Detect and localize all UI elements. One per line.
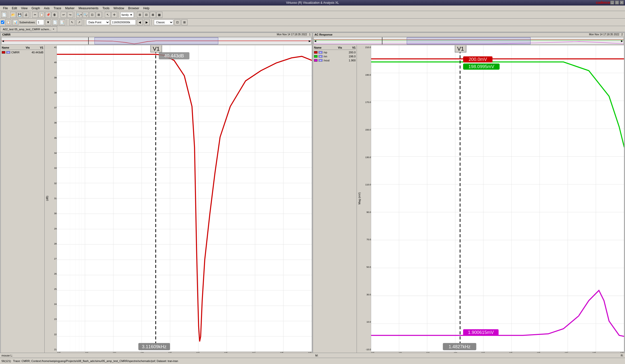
print-button[interactable]: 🖨: [23, 12, 29, 18]
tab-label: A02_test 05_amp_test_CMRR schem...: [3, 28, 51, 31]
tab-close-button[interactable]: ×: [53, 28, 54, 31]
left-svg-plot[interactable]: V1 40.443dB 3.11609kHz: [57, 45, 312, 352]
cmrr-value: 40.443dB: [32, 51, 43, 54]
tb2-cursor1[interactable]: ↖: [69, 19, 75, 25]
zoom-in-button[interactable]: 🔍+: [76, 12, 82, 18]
show-checkbox[interactable]: [1, 21, 4, 24]
delete-button[interactable]: 🗑: [52, 12, 58, 18]
plot-btn3[interactable]: ⊠: [150, 12, 156, 18]
tb2-btn2[interactable]: 📊: [12, 19, 18, 25]
menu-file[interactable]: File: [1, 6, 10, 11]
menu-marker[interactable]: Marker: [63, 6, 76, 11]
cmrr-label: CMRR: [11, 51, 20, 54]
minimize-button[interactable]: _: [610, 1, 614, 5]
subwindows-label: Subwindows:: [19, 21, 36, 24]
svg-text:40.443dB: 40.443dB: [164, 53, 184, 58]
svg-text:200.0mV: 200.0mV: [469, 57, 487, 62]
tb2-btn1[interactable]: 📋: [5, 19, 11, 25]
vp-value: 200.0: [349, 51, 356, 54]
left-legend-header: Name Vis V1: [2, 46, 43, 50]
left-plot-minimap[interactable]: ◀ ▶: [1, 37, 311, 45]
bottom-bar: 56(121) Trace: CMRR; Context:/home/weipi…: [0, 358, 625, 364]
right-minimap-track: [314, 37, 623, 44]
tb2-btn3[interactable]: 📄: [52, 19, 58, 25]
undo-button[interactable]: ↩: [61, 12, 67, 18]
left-plot-timestamp: Mon Nov 14 17:18:35 2022 1: [277, 33, 310, 36]
menu-browser[interactable]: Browser: [126, 6, 141, 11]
cmrr-vis-eye[interactable]: ●: [6, 51, 10, 54]
right-legend-vout[interactable]: ● /vout 1.900: [314, 59, 356, 62]
vout-vis-eye[interactable]: ●: [319, 59, 323, 62]
tb2-cursor2[interactable]: ↗: [76, 19, 82, 25]
vout-label: /vout: [324, 59, 330, 62]
sep1: [8, 12, 9, 18]
menu-measurements[interactable]: Measurements: [76, 6, 100, 11]
status-bar: mouse L: M: R:: [0, 353, 625, 358]
menu-view[interactable]: View: [19, 6, 30, 11]
menu-edit[interactable]: Edit: [10, 6, 19, 11]
left-legend-cmrr[interactable]: ● CMRR 40.443dB: [2, 51, 43, 54]
right-svg-plot[interactable]: V1 200.0mV 198.0995mV 1.900615mV: [371, 45, 624, 352]
tb2-nav2[interactable]: ▶: [144, 19, 150, 25]
new-button[interactable]: 📄: [1, 12, 7, 18]
vp-vis-eye[interactable]: ●: [319, 51, 323, 54]
svg-text:1.900615mV: 1.900615mV: [468, 330, 494, 335]
coord-input[interactable]: [111, 20, 136, 25]
mode-dropdown[interactable]: Data Point: [86, 20, 110, 25]
right-legend-vn[interactable]: ● /vn 198.0: [314, 55, 356, 58]
subwindows-input[interactable]: [37, 20, 44, 25]
close-button[interactable]: ×: [620, 1, 624, 5]
tb2-nav1[interactable]: ◀: [137, 19, 143, 25]
tb2-style2[interactable]: ⊞: [181, 19, 187, 25]
menu-axis[interactable]: Axis: [42, 6, 52, 11]
window-title: Virtuoso (R) Visualization & Analysis XL: [286, 1, 339, 5]
zoom-region-button[interactable]: ⊞: [96, 12, 102, 18]
style-dropdown[interactable]: Classic: [154, 20, 173, 25]
save-button[interactable]: 💾: [17, 12, 23, 18]
right-legend-vis-col: Vis: [335, 46, 345, 49]
cross-button[interactable]: ✛: [111, 12, 117, 18]
family-dropdown[interactable]: family ▼: [120, 12, 134, 18]
paste-button[interactable]: 📌: [45, 12, 51, 18]
right-plot-minimap[interactable]: ◀ ▶: [314, 37, 624, 45]
tab-bar: A02_test 05_amp_test_CMRR schem... ×: [0, 26, 625, 32]
menu-tools[interactable]: Tools: [100, 6, 112, 11]
maximize-button[interactable]: □: [615, 1, 619, 5]
family-chevron-icon: ▼: [130, 13, 133, 16]
tb2-style1[interactable]: ⊡: [174, 19, 180, 25]
redo-button[interactable]: ↪: [67, 12, 73, 18]
family-label: family: [122, 13, 129, 16]
main-tab[interactable]: A02_test 05_amp_test_CMRR schem... ×: [0, 26, 57, 32]
tb2-btn4[interactable]: 📑: [59, 19, 65, 25]
menu-window[interactable]: Window: [112, 6, 126, 11]
copy-button[interactable]: 📋: [39, 12, 45, 18]
plot-btn1[interactable]: ⊞: [137, 12, 143, 18]
vn-vis-eye[interactable]: ●: [319, 55, 323, 58]
menu-graph[interactable]: Graph: [30, 6, 42, 11]
vn-value: 198.0: [349, 55, 356, 58]
svg-text:1.4827kHz: 1.4827kHz: [449, 344, 470, 349]
line-number: 56(121): [2, 359, 11, 362]
vout-color-box: [314, 59, 318, 62]
menu-help[interactable]: Help: [141, 6, 152, 11]
left-chart-svg: V1 40.443dB 3.11609kHz: [57, 45, 312, 352]
left-legend-name-col: Name: [2, 46, 23, 49]
right-legend-name-col: Name: [314, 46, 335, 49]
right-legend-v1-col: V1: [345, 46, 356, 49]
left-y-ticks: 41 40 39 38 37 36 35 34 33 32 31 30: [50, 45, 57, 352]
right-legend-vp[interactable]: ● /vp 200.0: [314, 51, 356, 54]
left-chart-area: (dB) 41 40 39 38 37 36 35 34 33: [45, 45, 312, 358]
cut-button[interactable]: ✂: [32, 12, 38, 18]
open-button[interactable]: 📂: [10, 12, 16, 18]
svg-text:V1: V1: [153, 46, 160, 52]
cursor-button[interactable]: ↖: [105, 12, 111, 18]
title-bar: Virtuoso (R) Visualization & Analysis XL…: [0, 0, 625, 6]
right-legend-panel: Name Vis V1 ● /vp 200.0 ● /vn 198.: [313, 45, 357, 358]
plot-btn2[interactable]: ⊟: [143, 12, 149, 18]
table-btn[interactable]: ▦: [156, 12, 162, 18]
zoom-out-button[interactable]: 🔍-: [83, 12, 89, 18]
subwindows-dropdown-btn[interactable]: ▼: [45, 19, 51, 25]
left-legend-panel: Name Vis V1 ● CMRR 40.443dB: [1, 45, 45, 358]
zoom-fit-button[interactable]: ⊡: [89, 12, 95, 18]
menu-trace[interactable]: Trace: [52, 6, 63, 11]
